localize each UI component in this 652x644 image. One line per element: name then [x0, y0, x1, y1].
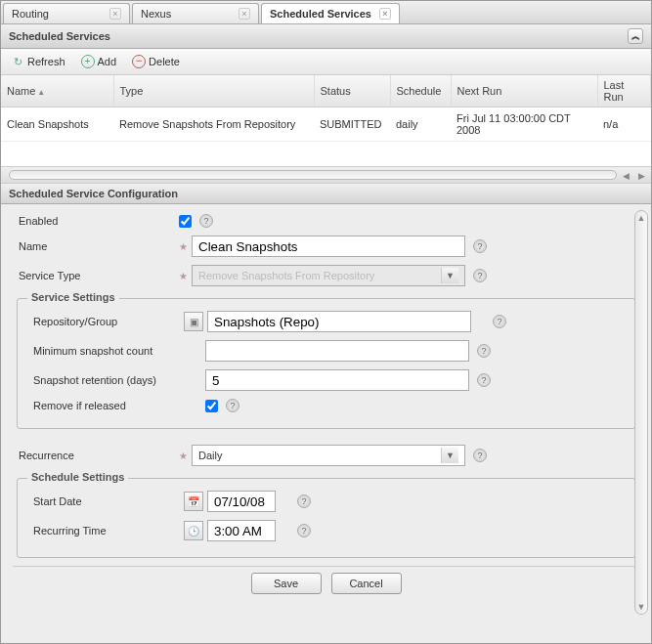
button-label: Refresh [27, 56, 65, 67]
tab-label: Scheduled Services [270, 8, 371, 20]
vertical-scrollbar[interactable]: ▲ ▼ [634, 210, 648, 615]
horizontal-scrollbar[interactable]: ◀ ▶ [1, 166, 651, 184]
cell-next-run: Fri Jul 11 03:00:00 CDT 2008 [451, 107, 597, 142]
tab-label: Routing [12, 8, 49, 20]
recurrence-label: Recurrence [13, 450, 179, 461]
cell-schedule: daily [390, 107, 451, 142]
col-status[interactable]: Status [314, 75, 390, 107]
col-name[interactable]: Name▲ [1, 75, 113, 107]
tab-scheduled-services[interactable]: Scheduled Services × [261, 3, 400, 23]
collapse-icon[interactable]: ︽ [628, 28, 643, 44]
help-icon[interactable]: ? [493, 315, 506, 328]
panel-title: Scheduled Services [9, 30, 110, 42]
add-icon [81, 55, 95, 68]
sort-asc-icon: ▲ [37, 88, 45, 97]
help-icon[interactable]: ? [297, 524, 311, 537]
button-label: Delete [149, 56, 180, 67]
service-type-select: Remove Snapshots From Repository ▼ [192, 265, 465, 286]
repo-input[interactable] [207, 311, 471, 332]
calendar-icon[interactable]: 📅 [184, 492, 203, 511]
help-icon[interactable]: ? [473, 239, 487, 253]
schedule-settings-fieldset: Schedule Settings Start Date 📅 ? Recurri… [17, 478, 635, 558]
delete-button[interactable]: Delete [128, 53, 184, 70]
service-settings-fieldset: Service Settings Repository/Group ▣ ? Mi… [17, 298, 635, 429]
cell-type: Remove Snapshots From Repository [113, 107, 314, 142]
cell-name: Clean Snapshots [1, 107, 113, 142]
enabled-label: Enabled [13, 215, 179, 227]
enabled-checkbox[interactable] [179, 215, 192, 228]
cell-last-run: n/a [597, 107, 651, 142]
min-snap-input[interactable] [205, 340, 469, 362]
required-icon: ★ [179, 451, 188, 461]
delete-icon [132, 55, 146, 68]
start-date-input[interactable] [207, 491, 276, 512]
help-icon[interactable]: ? [473, 449, 487, 462]
start-date-label: Start Date [27, 495, 184, 507]
remove-released-label: Remove if released [27, 400, 205, 411]
service-settings-legend: Service Settings [27, 291, 119, 303]
cancel-button[interactable]: Cancel [331, 573, 402, 594]
help-icon[interactable]: ? [473, 269, 487, 282]
config-header: Scheduled Service Configuration [1, 184, 651, 204]
recurrence-select[interactable]: Daily ▼ [192, 445, 465, 466]
toolbar: Refresh Add Delete [1, 49, 651, 75]
name-label: Name [13, 240, 179, 252]
help-icon[interactable]: ? [477, 373, 491, 387]
help-icon[interactable]: ? [226, 399, 239, 412]
recurring-time-label: Recurring Time [27, 525, 184, 537]
add-button[interactable]: Add [77, 53, 121, 70]
save-button[interactable]: Save [251, 573, 322, 594]
recurring-time-input[interactable] [207, 520, 276, 541]
name-input[interactable] [192, 236, 465, 257]
col-type[interactable]: Type [113, 75, 314, 107]
chevron-down-icon: ▼ [441, 268, 458, 283]
refresh-button[interactable]: Refresh [7, 53, 69, 70]
help-icon[interactable]: ? [477, 344, 491, 358]
scroll-left-icon[interactable]: ◀ [621, 171, 632, 181]
config-title: Scheduled Service Configuration [9, 188, 178, 199]
repo-picker-icon[interactable]: ▣ [184, 312, 203, 331]
schedule-settings-legend: Schedule Settings [27, 471, 128, 483]
config-body: Enabled ? Name ★ ? Service Type ★ Remove… [1, 204, 651, 644]
services-table: Name▲ Type Status Schedule Next Run Last… [1, 75, 651, 107]
tabs-bar: Routing × Nexus × Scheduled Services × [1, 1, 651, 24]
required-icon: ★ [179, 241, 188, 252]
scroll-right-icon[interactable]: ▶ [635, 171, 647, 181]
chevron-down-icon[interactable]: ▼ [441, 448, 458, 463]
remove-released-checkbox[interactable] [205, 400, 218, 412]
required-icon: ★ [179, 271, 188, 281]
scroll-track[interactable] [9, 170, 617, 180]
tab-nexus[interactable]: Nexus × [132, 3, 259, 23]
help-icon[interactable]: ? [297, 494, 311, 508]
refresh-icon [11, 55, 24, 68]
button-label: Add [98, 56, 117, 67]
scroll-down-icon[interactable]: ▼ [637, 602, 646, 612]
close-icon[interactable]: × [379, 8, 391, 20]
select-value: Remove Snapshots From Repository [198, 270, 374, 281]
close-icon[interactable]: × [239, 8, 250, 20]
retention-input[interactable] [205, 369, 469, 391]
clock-icon[interactable]: 🕒 [184, 521, 203, 540]
service-type-label: Service Type [13, 270, 179, 281]
col-next-run[interactable]: Next Run [451, 75, 597, 107]
retention-label: Snapshot retention (days) [27, 374, 205, 386]
repo-label: Repository/Group [27, 316, 184, 327]
table-row[interactable]: Clean Snapshots Remove Snapshots From Re… [1, 107, 651, 142]
scroll-up-icon[interactable]: ▲ [637, 213, 646, 223]
tab-routing[interactable]: Routing × [3, 3, 130, 23]
min-snap-label: Minimum snapshot count [27, 345, 205, 357]
cell-status: SUBMITTED [314, 107, 390, 142]
tab-label: Nexus [141, 8, 171, 20]
close-icon[interactable]: × [109, 8, 121, 20]
select-value: Daily [198, 450, 222, 461]
col-schedule[interactable]: Schedule [390, 75, 451, 107]
help-icon[interactable]: ? [199, 214, 213, 228]
services-table-body: Clean Snapshots Remove Snapshots From Re… [1, 107, 651, 142]
col-last-run[interactable]: Last Run [597, 75, 651, 107]
button-bar: Save Cancel [13, 566, 639, 600]
panel-header: Scheduled Services ︽ [1, 24, 651, 49]
